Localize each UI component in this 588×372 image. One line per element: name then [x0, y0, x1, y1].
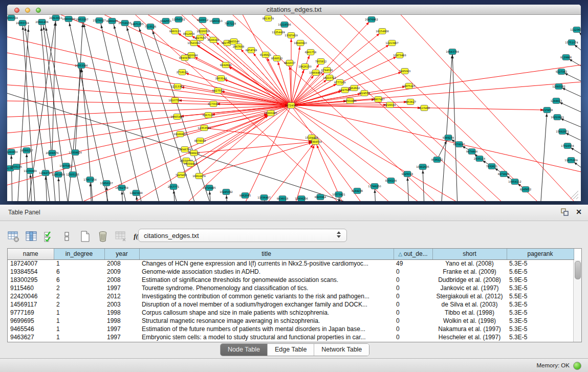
- graph-node-11254439[interactable]: 11254439: [272, 30, 285, 35]
- graph-node-9463627[interactable]: 9463627: [405, 99, 416, 105]
- column-header-in_degree[interactable]: in_degree: [54, 249, 104, 259]
- graph-node-9588520[interactable]: 9588520: [271, 56, 282, 61]
- graph-node-8267130[interactable]: 8267130: [203, 113, 214, 118]
- graph-node-16154808[interactable]: 16154808: [376, 29, 388, 34]
- graph-node-20876862[interactable]: 20876862: [365, 17, 378, 23]
- graph-node-16260213[interactable]: 16260213: [209, 18, 222, 24]
- graph-node-15276027[interactable]: 15276027: [93, 18, 105, 24]
- graph-node-12353593[interactable]: 12353593: [198, 125, 210, 131]
- graph-node-19384554[interactable]: 19384554: [309, 139, 321, 145]
- graph-node-9146821[interactable]: 9146821: [260, 52, 271, 58]
- citation-edge-red[interactable]: [263, 142, 315, 201]
- graph-node-14671355[interactable]: 14671355: [130, 21, 143, 27]
- graph-node-8186328[interactable]: 8186328: [208, 37, 219, 43]
- graph-node-7955812[interactable]: 7955812: [315, 59, 326, 64]
- graph-node-7485063[interactable]: 7485063: [399, 69, 410, 74]
- graph-node-9890978[interactable]: 9890978: [179, 55, 190, 61]
- table-row[interactable]: 2242004622012Investigating the contribut…: [8, 292, 574, 300]
- graph-node-9389234[interactable]: 9389234: [443, 135, 454, 141]
- table-row[interactable]: 1938455462009Genome-wide association stu…: [8, 268, 574, 276]
- destroy-table-icon[interactable]: [115, 230, 127, 243]
- graph-node-18107554[interactable]: 18107554: [168, 98, 181, 103]
- graph-node-11156889[interactable]: 11156889: [24, 168, 36, 174]
- graph-node-16782759[interactable]: 16782759: [115, 185, 128, 191]
- citation-edge-red[interactable]: [94, 15, 291, 105]
- graph-node-23055724[interactable]: 23055724: [7, 15, 18, 21]
- column-header-pagerank[interactable]: pagerank: [507, 249, 574, 259]
- citation-network-graph[interactable]: 2305572424055724206914062431301110800698…: [7, 15, 581, 201]
- graph-node-15751074[interactable]: 15751074: [565, 40, 578, 46]
- row-height-icon[interactable]: [61, 230, 73, 243]
- graph-node-2657771[interactable]: 2657771: [168, 184, 179, 190]
- graph-node-9498222[interactable]: 9498222: [188, 150, 200, 156]
- graph-node-2935114[interactable]: 2935114: [474, 156, 485, 162]
- citation-edge-black[interactable]: [11, 152, 12, 201]
- graph-node-9860123[interactable]: 9860123: [169, 29, 181, 34]
- graph-node-19665493[interactable]: 19665493: [170, 114, 183, 120]
- graph-node-6497568[interactable]: 6497568: [339, 87, 351, 93]
- graph-node-19904485[interactable]: 19904485: [309, 70, 322, 76]
- graph-node-7425402[interactable]: 7425402: [176, 172, 187, 178]
- citation-edge-red[interactable]: [194, 43, 291, 105]
- citation-edge-red[interactable]: [7, 105, 291, 187]
- citation-edge-red[interactable]: [181, 113, 271, 175]
- graph-node-8912954[interactable]: 8912954: [183, 31, 194, 37]
- citation-edge-red[interactable]: [182, 72, 291, 105]
- graph-node-8643012[interactable]: 8643012: [197, 17, 208, 23]
- tab-node-table[interactable]: Node Table: [221, 344, 268, 356]
- graph-node-12213363[interactable]: 12213363: [171, 84, 184, 90]
- graph-node-10573921[interactable]: 10573921: [332, 192, 345, 198]
- graph-node-9042551[interactable]: 9042551: [160, 18, 171, 24]
- citation-edge-black[interactable]: [441, 52, 452, 201]
- network-view-window[interactable]: citations_edges.txt 23055724240557242069…: [7, 5, 581, 201]
- window-titlebar[interactable]: citations_edges.txt: [7, 5, 581, 15]
- table-row[interactable]: 969969511998Structural magnetic resonanc…: [8, 317, 574, 325]
- graph-node-11036487[interactable]: 11036487: [257, 195, 270, 201]
- citation-edge-black[interactable]: [23, 23, 35, 201]
- table-scrollbar[interactable]: [573, 260, 581, 342]
- table-row[interactable]: 1872400712008Changes of HCN gene express…: [8, 259, 574, 268]
- citation-edge-red[interactable]: [291, 78, 330, 105]
- graph-node-16588217[interactable]: 16588217: [20, 148, 33, 154]
- graph-node-6794028[interactable]: 6794028: [321, 68, 333, 73]
- resize-grip-icon[interactable]: [570, 191, 578, 199]
- citation-edge-red[interactable]: [291, 43, 300, 105]
- table-header-row[interactable]: namein_degreeyeartitle△out_de...shortpag…: [8, 249, 574, 259]
- graph-node-10958107[interactable]: 10958107: [100, 181, 113, 186]
- graph-node-11123633[interactable]: 11123633: [570, 27, 581, 33]
- new-table-icon[interactable]: [79, 230, 91, 243]
- graph-node-25260650[interactable]: 25260650: [7, 149, 18, 155]
- citation-edge-red[interactable]: [7, 105, 291, 150]
- graph-node-10975887[interactable]: 10975887: [59, 163, 72, 169]
- graph-node-16914479[interactable]: 16914479: [192, 173, 205, 179]
- graph-node-10654112[interactable]: 10654112: [508, 179, 521, 185]
- graph-node-20564486[interactable]: 20564486: [343, 98, 356, 104]
- citation-edge-red[interactable]: [7, 105, 291, 168]
- graph-node-12213967[interactable]: 12213967: [385, 40, 398, 46]
- graph-node-4170044[interactable]: 4170044: [208, 101, 219, 107]
- graph-node-10543392[interactable]: 10543392: [187, 40, 200, 46]
- graph-node-8813074[interactable]: 8813074: [263, 16, 274, 21]
- graph-node-8215958[interactable]: 8215958: [541, 107, 553, 113]
- memory-ok-icon[interactable]: [573, 362, 581, 370]
- citation-edge-red[interactable]: [291, 105, 581, 173]
- column-header-name[interactable]: name: [8, 249, 54, 259]
- graph-node-7632621[interactable]: 7632621: [486, 164, 497, 169]
- graph-node-11056532[interactable]: 11056532: [172, 17, 185, 23]
- citation-edge-black[interactable]: [100, 21, 143, 201]
- tab-network-table[interactable]: Network Table: [314, 344, 369, 356]
- graph-node-6961758[interactable]: 6961758: [305, 50, 316, 55]
- citation-edge-red[interactable]: [204, 128, 315, 142]
- graph-node-8471626[interactable]: 8471626: [498, 171, 509, 177]
- graph-node-9862045[interactable]: 9862045: [239, 193, 251, 199]
- graph-node-10719155[interactable]: 10719155: [118, 20, 131, 26]
- graph-node-19166822[interactable]: 19166822: [173, 132, 186, 137]
- graph-node-9625018[interactable]: 9625018: [402, 171, 413, 177]
- graph-node-17016504[interactable]: 17016504: [561, 143, 574, 149]
- delete-rows-icon[interactable]: [97, 230, 109, 243]
- column-chooser-icon[interactable]: [25, 230, 37, 243]
- table-row[interactable]: 946554611997Estimation of the future num…: [8, 325, 574, 333]
- network-canvas[interactable]: 2305572424055724206914062431301110800698…: [7, 15, 581, 201]
- graph-node-9115460[interactable]: 9115460: [419, 105, 430, 111]
- graph-node-10807487[interactable]: 10807487: [372, 97, 384, 102]
